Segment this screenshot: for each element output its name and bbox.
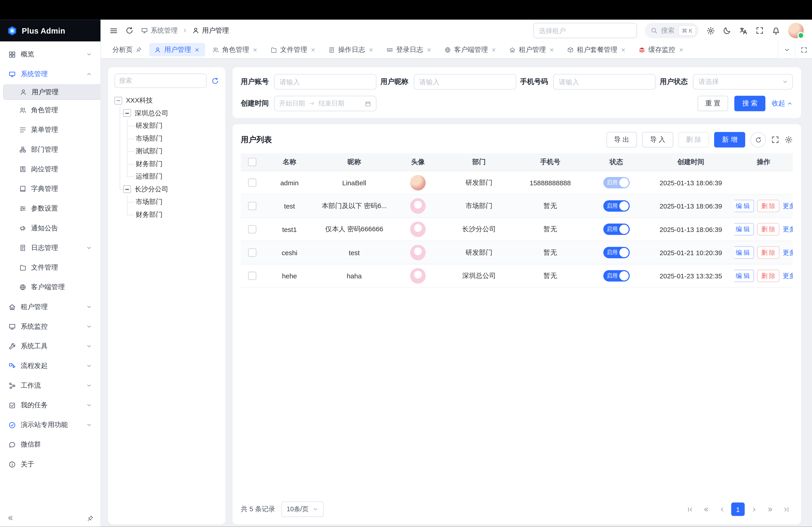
edit-button[interactable]: 编 辑 <box>735 223 754 236</box>
hamburger-menu-button[interactable] <box>109 26 118 35</box>
sidebar-item-user-management[interactable]: 用户管理 <box>3 84 101 100</box>
page-number-button[interactable]: 1 <box>731 502 745 516</box>
tab-file-management[interactable]: 文件管理 <box>265 43 321 57</box>
status-toggle[interactable]: 启用 <box>603 200 629 212</box>
sidebar-item-system-monitor[interactable]: 系统监控 <box>3 317 98 336</box>
sidebar-pin-icon[interactable] <box>87 515 94 521</box>
global-search-button[interactable]: 搜索 ⌘ K <box>644 23 698 38</box>
edit-button[interactable]: 编 辑 <box>735 200 754 212</box>
created-date-range-input[interactable]: 开始日期 结束日期 <box>274 96 377 111</box>
tabs-dropdown-button[interactable] <box>778 42 795 58</box>
tab-analysis[interactable]: 分析页 <box>107 43 147 57</box>
tree-node[interactable]: 长沙分公司 <box>114 183 220 196</box>
sidebar-item-file-management[interactable]: 文件管理 <box>3 258 98 277</box>
page-size-select[interactable]: 10条/页 <box>281 501 324 517</box>
add-button[interactable]: 新 增 <box>714 132 745 147</box>
tree-collapse-toggle[interactable] <box>123 185 131 193</box>
edit-button[interactable]: 编 辑 <box>735 246 754 259</box>
tab-operation-log[interactable]: 操作日志 <box>323 43 379 57</box>
more-actions-link[interactable]: 更多 <box>783 201 793 210</box>
reset-button[interactable]: 重 置 <box>697 96 728 111</box>
tab-role-management[interactable]: 角色管理 <box>207 43 263 57</box>
sidebar-item-workflow[interactable]: 工作流 <box>3 376 98 395</box>
sidebar-item-post-management[interactable]: 岗位管理 <box>3 160 98 179</box>
more-actions-link[interactable]: 更多 <box>783 225 793 234</box>
next-pages-button[interactable] <box>763 502 777 516</box>
sidebar-item-system-tools[interactable]: 系统工具 <box>3 337 98 356</box>
prev-page-button[interactable] <box>715 502 729 516</box>
tab-user-management[interactable]: 用户管理 <box>149 43 205 57</box>
row-checkbox[interactable] <box>248 225 257 234</box>
tree-search-input[interactable] <box>114 74 207 88</box>
language-icon[interactable] <box>739 26 748 35</box>
delete-row-button[interactable]: 删 除 <box>757 246 780 259</box>
tabs-fullscreen-button[interactable] <box>795 42 812 58</box>
user-account-input[interactable] <box>274 74 377 90</box>
next-page-button[interactable] <box>747 502 761 516</box>
status-toggle[interactable]: 启用 <box>603 270 629 282</box>
delete-row-button[interactable]: 删 除 <box>757 223 780 236</box>
tree-node[interactable]: 市场部门 <box>114 132 220 145</box>
settings-icon[interactable] <box>707 26 715 35</box>
tree-node[interactable]: 研发部门 <box>114 119 220 132</box>
sidebar-item-dict-management[interactable]: 字典管理 <box>3 180 98 198</box>
user-status-select[interactable]: 请选择 <box>693 74 793 90</box>
status-toggle[interactable]: 启用 <box>603 224 629 235</box>
tab-client-management[interactable]: 客户端管理 <box>439 43 502 57</box>
import-button[interactable]: 导 入 <box>642 132 673 147</box>
breadcrumb-item-system[interactable]: 系统管理 <box>141 26 177 35</box>
export-button[interactable]: 导 出 <box>606 132 637 147</box>
delete-row-button[interactable]: 删 除 <box>757 200 780 212</box>
phone-number-input[interactable] <box>553 74 656 90</box>
search-button[interactable]: 搜 索 <box>735 96 765 111</box>
sidebar-item-tenant-management[interactable]: 租户管理 <box>3 298 98 316</box>
collapse-filters-link[interactable]: 收起 <box>772 99 793 108</box>
row-checkbox[interactable] <box>248 272 257 280</box>
tree-collapse-toggle[interactable] <box>123 109 131 117</box>
user-avatar[interactable] <box>788 23 804 38</box>
row-checkbox[interactable] <box>248 249 257 257</box>
sidebar-item-process-start[interactable]: 流程发起 <box>3 357 98 375</box>
table-settings-button[interactable] <box>784 136 793 144</box>
tree-node[interactable]: 运维部门 <box>114 170 220 183</box>
sidebar-item-dept-management[interactable]: 部门管理 <box>3 140 98 159</box>
tab-tenant-management[interactable]: 租户管理 <box>504 43 560 57</box>
sidebar-item-system-management[interactable]: 系统管理 <box>3 65 98 84</box>
status-toggle[interactable]: 启用 <box>603 177 629 189</box>
tree-node[interactable]: 测试部门 <box>114 145 220 157</box>
last-page-button[interactable] <box>779 502 793 516</box>
tree-collapse-toggle[interactable] <box>114 97 122 104</box>
tree-refresh-icon[interactable] <box>211 77 219 85</box>
tree-node[interactable]: 市场部门 <box>114 196 220 208</box>
status-toggle[interactable]: 启用 <box>603 247 629 258</box>
sidebar-item-param-settings[interactable]: 参数设置 <box>3 199 98 218</box>
edit-button[interactable]: 编 辑 <box>735 270 754 282</box>
table-fullscreen-button[interactable] <box>771 136 780 144</box>
collapse-sidebar-icon[interactable] <box>7 514 14 522</box>
sidebar-item-notice[interactable]: 通知公告 <box>3 219 98 238</box>
prev-pages-button[interactable] <box>699 502 712 516</box>
sidebar-item-about[interactable]: 关于 <box>3 455 98 473</box>
sidebar-item-my-tasks[interactable]: 我的任务 <box>3 396 98 415</box>
tab-login-log[interactable]: 登录日志 <box>381 43 437 57</box>
notifications-icon[interactable] <box>772 26 780 35</box>
row-checkbox[interactable] <box>248 202 257 210</box>
tree-node[interactable]: XXX科技 <box>114 94 220 107</box>
breadcrumb-item-user-management[interactable]: 用户管理 <box>192 26 229 35</box>
user-nickname-input[interactable] <box>414 74 516 90</box>
sidebar-item-wechat-group[interactable]: 微信群 <box>3 435 98 454</box>
delete-row-button[interactable]: 删 除 <box>757 270 780 282</box>
tree-node[interactable]: 深圳总公司 <box>114 107 220 119</box>
dark-mode-icon[interactable] <box>723 26 731 35</box>
more-actions-link[interactable]: 更多 <box>783 248 793 257</box>
fullscreen-icon[interactable] <box>756 26 764 35</box>
sidebar-item-role-management[interactable]: 角色管理 <box>3 101 98 120</box>
select-all-checkbox[interactable] <box>248 158 257 166</box>
refresh-page-button[interactable] <box>126 26 134 35</box>
sidebar-item-menu-management[interactable]: 菜单管理 <box>3 121 98 139</box>
sidebar-item-demo-features[interactable]: 演示站专用功能 <box>3 416 98 434</box>
sidebar-item-client-management[interactable]: 客户端管理 <box>3 278 98 297</box>
sidebar-item-overview[interactable]: 概览 <box>3 45 98 64</box>
more-actions-link[interactable]: 更多 <box>783 271 793 280</box>
sidebar-item-log-management[interactable]: 日志管理 <box>3 239 98 257</box>
